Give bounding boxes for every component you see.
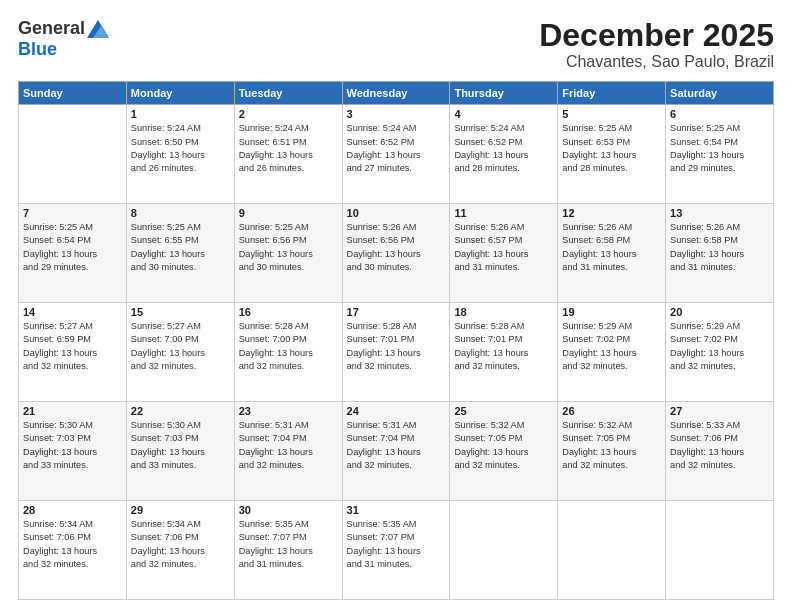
day-number: 1 [131, 108, 230, 120]
day-header-wednesday: Wednesday [342, 82, 450, 105]
day-number: 12 [562, 207, 661, 219]
day-number: 9 [239, 207, 338, 219]
month-title: December 2025 [539, 18, 774, 53]
logo-icon [87, 20, 109, 38]
location-subtitle: Chavantes, Sao Paulo, Brazil [539, 53, 774, 71]
day-info: Sunrise: 5:30 AM Sunset: 7:03 PM Dayligh… [23, 419, 122, 472]
logo: General Blue [18, 18, 109, 60]
day-number: 3 [347, 108, 446, 120]
day-header-tuesday: Tuesday [234, 82, 342, 105]
day-info: Sunrise: 5:32 AM Sunset: 7:05 PM Dayligh… [454, 419, 553, 472]
day-number: 24 [347, 405, 446, 417]
day-info: Sunrise: 5:33 AM Sunset: 7:06 PM Dayligh… [670, 419, 769, 472]
calendar-cell: 22Sunrise: 5:30 AM Sunset: 7:03 PM Dayli… [126, 402, 234, 501]
day-info: Sunrise: 5:34 AM Sunset: 7:06 PM Dayligh… [23, 518, 122, 571]
day-info: Sunrise: 5:35 AM Sunset: 7:07 PM Dayligh… [347, 518, 446, 571]
calendar-cell: 31Sunrise: 5:35 AM Sunset: 7:07 PM Dayli… [342, 501, 450, 600]
day-info: Sunrise: 5:32 AM Sunset: 7:05 PM Dayligh… [562, 419, 661, 472]
calendar-cell: 14Sunrise: 5:27 AM Sunset: 6:59 PM Dayli… [19, 303, 127, 402]
day-info: Sunrise: 5:25 AM Sunset: 6:54 PM Dayligh… [23, 221, 122, 274]
calendar-cell [19, 105, 127, 204]
calendar-cell: 24Sunrise: 5:31 AM Sunset: 7:04 PM Dayli… [342, 402, 450, 501]
calendar-cell: 3Sunrise: 5:24 AM Sunset: 6:52 PM Daylig… [342, 105, 450, 204]
day-number: 16 [239, 306, 338, 318]
calendar-header-row: SundayMondayTuesdayWednesdayThursdayFrid… [19, 82, 774, 105]
day-header-thursday: Thursday [450, 82, 558, 105]
day-number: 22 [131, 405, 230, 417]
day-number: 25 [454, 405, 553, 417]
calendar-cell: 9Sunrise: 5:25 AM Sunset: 6:56 PM Daylig… [234, 204, 342, 303]
calendar-cell: 20Sunrise: 5:29 AM Sunset: 7:02 PM Dayli… [666, 303, 774, 402]
calendar-cell: 28Sunrise: 5:34 AM Sunset: 7:06 PM Dayli… [19, 501, 127, 600]
calendar-table: SundayMondayTuesdayWednesdayThursdayFrid… [18, 81, 774, 600]
day-info: Sunrise: 5:24 AM Sunset: 6:52 PM Dayligh… [454, 122, 553, 175]
day-number: 23 [239, 405, 338, 417]
day-number: 10 [347, 207, 446, 219]
day-info: Sunrise: 5:34 AM Sunset: 7:06 PM Dayligh… [131, 518, 230, 571]
calendar-cell: 2Sunrise: 5:24 AM Sunset: 6:51 PM Daylig… [234, 105, 342, 204]
calendar-cell: 1Sunrise: 5:24 AM Sunset: 6:50 PM Daylig… [126, 105, 234, 204]
day-number: 4 [454, 108, 553, 120]
day-number: 2 [239, 108, 338, 120]
day-info: Sunrise: 5:24 AM Sunset: 6:51 PM Dayligh… [239, 122, 338, 175]
calendar-week-4: 21Sunrise: 5:30 AM Sunset: 7:03 PM Dayli… [19, 402, 774, 501]
day-info: Sunrise: 5:28 AM Sunset: 7:00 PM Dayligh… [239, 320, 338, 373]
day-info: Sunrise: 5:24 AM Sunset: 6:52 PM Dayligh… [347, 122, 446, 175]
day-number: 21 [23, 405, 122, 417]
calendar-cell: 21Sunrise: 5:30 AM Sunset: 7:03 PM Dayli… [19, 402, 127, 501]
calendar-cell: 23Sunrise: 5:31 AM Sunset: 7:04 PM Dayli… [234, 402, 342, 501]
calendar-cell: 11Sunrise: 5:26 AM Sunset: 6:57 PM Dayli… [450, 204, 558, 303]
calendar-cell: 12Sunrise: 5:26 AM Sunset: 6:58 PM Dayli… [558, 204, 666, 303]
day-number: 26 [562, 405, 661, 417]
day-info: Sunrise: 5:26 AM Sunset: 6:58 PM Dayligh… [562, 221, 661, 274]
calendar-cell [450, 501, 558, 600]
day-info: Sunrise: 5:29 AM Sunset: 7:02 PM Dayligh… [562, 320, 661, 373]
calendar-cell: 27Sunrise: 5:33 AM Sunset: 7:06 PM Dayli… [666, 402, 774, 501]
day-info: Sunrise: 5:25 AM Sunset: 6:53 PM Dayligh… [562, 122, 661, 175]
calendar-week-1: 1Sunrise: 5:24 AM Sunset: 6:50 PM Daylig… [19, 105, 774, 204]
calendar-cell: 10Sunrise: 5:26 AM Sunset: 6:56 PM Dayli… [342, 204, 450, 303]
calendar-cell: 25Sunrise: 5:32 AM Sunset: 7:05 PM Dayli… [450, 402, 558, 501]
day-info: Sunrise: 5:28 AM Sunset: 7:01 PM Dayligh… [347, 320, 446, 373]
calendar-cell: 19Sunrise: 5:29 AM Sunset: 7:02 PM Dayli… [558, 303, 666, 402]
header: General Blue December 2025 Chavantes, Sa… [18, 18, 774, 71]
calendar-cell [558, 501, 666, 600]
day-info: Sunrise: 5:31 AM Sunset: 7:04 PM Dayligh… [239, 419, 338, 472]
calendar-cell: 18Sunrise: 5:28 AM Sunset: 7:01 PM Dayli… [450, 303, 558, 402]
day-header-monday: Monday [126, 82, 234, 105]
calendar-cell: 5Sunrise: 5:25 AM Sunset: 6:53 PM Daylig… [558, 105, 666, 204]
calendar-cell: 29Sunrise: 5:34 AM Sunset: 7:06 PM Dayli… [126, 501, 234, 600]
calendar-page: General Blue December 2025 Chavantes, Sa… [0, 0, 792, 612]
day-info: Sunrise: 5:25 AM Sunset: 6:54 PM Dayligh… [670, 122, 769, 175]
day-number: 29 [131, 504, 230, 516]
calendar-cell: 6Sunrise: 5:25 AM Sunset: 6:54 PM Daylig… [666, 105, 774, 204]
calendar-cell: 16Sunrise: 5:28 AM Sunset: 7:00 PM Dayli… [234, 303, 342, 402]
calendar-week-5: 28Sunrise: 5:34 AM Sunset: 7:06 PM Dayli… [19, 501, 774, 600]
day-info: Sunrise: 5:25 AM Sunset: 6:55 PM Dayligh… [131, 221, 230, 274]
day-info: Sunrise: 5:26 AM Sunset: 6:58 PM Dayligh… [670, 221, 769, 274]
day-header-friday: Friday [558, 82, 666, 105]
day-number: 13 [670, 207, 769, 219]
day-number: 30 [239, 504, 338, 516]
day-info: Sunrise: 5:26 AM Sunset: 6:56 PM Dayligh… [347, 221, 446, 274]
day-info: Sunrise: 5:28 AM Sunset: 7:01 PM Dayligh… [454, 320, 553, 373]
day-header-saturday: Saturday [666, 82, 774, 105]
calendar-cell: 7Sunrise: 5:25 AM Sunset: 6:54 PM Daylig… [19, 204, 127, 303]
calendar-cell: 30Sunrise: 5:35 AM Sunset: 7:07 PM Dayli… [234, 501, 342, 600]
calendar-cell: 8Sunrise: 5:25 AM Sunset: 6:55 PM Daylig… [126, 204, 234, 303]
day-info: Sunrise: 5:26 AM Sunset: 6:57 PM Dayligh… [454, 221, 553, 274]
calendar-cell: 15Sunrise: 5:27 AM Sunset: 7:00 PM Dayli… [126, 303, 234, 402]
logo-blue-text: Blue [18, 39, 57, 60]
day-number: 15 [131, 306, 230, 318]
day-number: 11 [454, 207, 553, 219]
day-number: 20 [670, 306, 769, 318]
day-number: 5 [562, 108, 661, 120]
day-number: 6 [670, 108, 769, 120]
day-header-sunday: Sunday [19, 82, 127, 105]
day-info: Sunrise: 5:35 AM Sunset: 7:07 PM Dayligh… [239, 518, 338, 571]
day-number: 7 [23, 207, 122, 219]
calendar-week-2: 7Sunrise: 5:25 AM Sunset: 6:54 PM Daylig… [19, 204, 774, 303]
calendar-cell: 17Sunrise: 5:28 AM Sunset: 7:01 PM Dayli… [342, 303, 450, 402]
calendar-cell: 13Sunrise: 5:26 AM Sunset: 6:58 PM Dayli… [666, 204, 774, 303]
calendar-cell: 26Sunrise: 5:32 AM Sunset: 7:05 PM Dayli… [558, 402, 666, 501]
